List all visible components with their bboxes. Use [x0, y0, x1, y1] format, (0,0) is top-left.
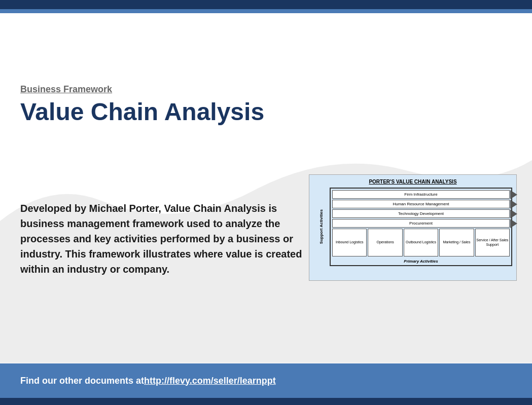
main-title: Value Chain Analysis: [20, 99, 264, 126]
primary-cell-3: Outbound Logistics: [404, 229, 438, 256]
arrow-proc: [510, 219, 517, 228]
support-label-text: Support Activities: [319, 209, 324, 244]
support-row-4: Procurement: [332, 219, 510, 228]
arrow-firm: [510, 190, 517, 199]
footer-bar: Find our other documents at http://flevy…: [0, 363, 532, 398]
arrow-hr: [510, 200, 517, 209]
bottom-dark-bar: [0, 398, 532, 405]
primary-cells: Inbound Logistics Operations Outbound Lo…: [332, 229, 510, 256]
footer-static-text: Find our other documents at: [20, 376, 144, 386]
support-row-1: Firm Infrastructure: [332, 190, 510, 199]
footer-link[interactable]: http://flevy.com/seller/learnppt: [144, 376, 276, 386]
subtitle: Business Framework: [20, 84, 264, 95]
description-area: Developed by Michael Porter, Value Chain…: [20, 201, 304, 277]
title-area: Business Framework Value Chain Analysis: [20, 84, 264, 126]
main-content: Business Framework Value Chain Analysis …: [0, 13, 532, 363]
primary-activities-label: Primary Activities: [332, 259, 510, 264]
top-dark-bar: [0, 0, 532, 9]
primary-cell-1: Inbound Logistics: [332, 229, 367, 256]
support-row-2: Human Resource Management: [332, 200, 510, 208]
diagram-chart-border: Firm Infrastructure Human Resource Manag…: [330, 188, 512, 266]
diagram-title: PORTER'S VALUE CHAIN ANALYSIS: [313, 179, 512, 185]
top-light-bar: [0, 9, 532, 13]
support-row-3: Technology Development: [332, 209, 510, 218]
description-text: Developed by Michael Porter, Value Chain…: [20, 201, 304, 277]
support-activities-label: Support Activities: [313, 188, 329, 266]
arrow-tech: [510, 209, 517, 218]
primary-cell-4: Marketing / Sales: [439, 229, 474, 256]
primary-cell-2: Operations: [368, 229, 402, 256]
porters-diagram: PORTER'S VALUE CHAIN ANALYSIS Support Ac…: [309, 174, 517, 281]
primary-cell-5: Service / After Sales Support: [475, 229, 510, 256]
diagram-wrapper: Support Activities Firm Infrastructure H…: [313, 188, 512, 266]
